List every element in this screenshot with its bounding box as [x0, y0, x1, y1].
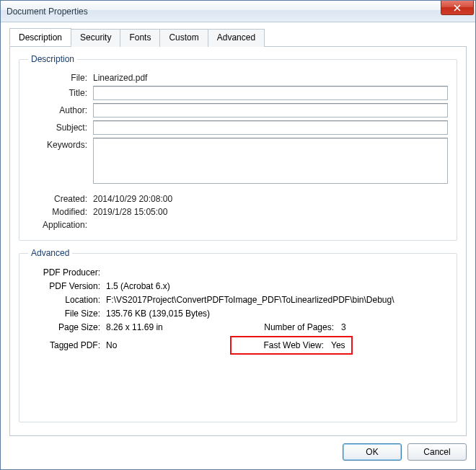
dialog-content: Description Security Fonts Custom Advanc… [1, 22, 475, 469]
title-label: Title: [28, 88, 93, 98]
group-advanced: Advanced PDF Producer: PDF Version: 1.5 … [19, 248, 457, 422]
close-button[interactable] [441, 1, 474, 15]
cancel-button[interactable]: Cancel [407, 443, 467, 461]
numpages-value: 3 [341, 322, 346, 332]
ok-button[interactable]: OK [343, 443, 402, 461]
version-value: 1.5 (Acrobat 6.x) [106, 281, 448, 291]
pagesize-value: 8.26 x 11.69 in [106, 322, 236, 332]
producer-label: PDF Producer: [28, 267, 106, 278]
tab-description-label: Description [19, 32, 62, 43]
created-label: Created: [28, 194, 93, 204]
filesize-label: File Size: [28, 309, 106, 319]
subject-label: Subject: [28, 123, 93, 133]
tab-advanced-label: Advanced [217, 32, 255, 43]
numpages-label: Number of Pages: [236, 322, 341, 332]
tagged-label: Tagged PDF: [28, 340, 106, 350]
button-bar: OK Cancel [9, 436, 467, 461]
window-title: Document Properties [6, 6, 88, 17]
tab-security[interactable]: Security [71, 29, 120, 47]
title-field[interactable] [93, 86, 448, 100]
application-label: Application: [28, 220, 93, 230]
fastweb-value: Yes [331, 340, 345, 350]
tabstrip: Description Security Fonts Custom Advanc… [9, 28, 467, 47]
tab-advanced[interactable]: Advanced [208, 29, 265, 47]
version-label: PDF Version: [28, 281, 106, 291]
location-value: F:\VS2017Project\ConvertPDFToImage_PDF\T… [106, 295, 448, 305]
group-advanced-legend: Advanced [28, 248, 72, 258]
created-value: 2014/10/29 20:08:00 [93, 194, 172, 204]
tab-fonts-label: Fonts [129, 32, 151, 43]
author-label: Author: [28, 105, 93, 115]
subject-field[interactable] [93, 120, 448, 135]
location-label: Location: [28, 295, 106, 305]
modified-label: Modified: [28, 207, 93, 217]
titlebar: Document Properties [1, 1, 475, 22]
keywords-field[interactable] [93, 138, 448, 184]
filesize-value: 135.76 KB (139,015 Bytes) [106, 309, 448, 319]
fastweb-label: Fast Web View: [237, 340, 331, 350]
file-label: File: [28, 73, 93, 83]
tab-fonts[interactable]: Fonts [120, 29, 160, 47]
dialog-window: Document Properties Description Security… [0, 0, 476, 470]
fastweb-highlight: Fast Web View: Yes [230, 336, 353, 355]
close-icon [454, 4, 461, 12]
tab-custom[interactable]: Custom [159, 29, 208, 47]
tab-description[interactable]: Description [9, 28, 71, 46]
pagesize-label: Page Size: [28, 322, 106, 332]
tab-custom-label: Custom [169, 32, 198, 43]
author-field[interactable] [93, 103, 448, 117]
file-value: Linearized.pdf [93, 73, 147, 83]
group-description: Description File: Linearized.pdf Title: … [19, 54, 457, 241]
group-description-legend: Description [28, 54, 77, 64]
cancel-button-label: Cancel [423, 447, 450, 457]
ok-button-label: OK [366, 447, 378, 457]
keywords-label: Keywords: [28, 138, 93, 150]
modified-value: 2019/1/28 15:05:00 [93, 207, 167, 217]
tagged-value: No [106, 340, 236, 350]
tab-security-label: Security [80, 32, 111, 43]
tab-body: Description File: Linearized.pdf Title: … [9, 47, 467, 436]
